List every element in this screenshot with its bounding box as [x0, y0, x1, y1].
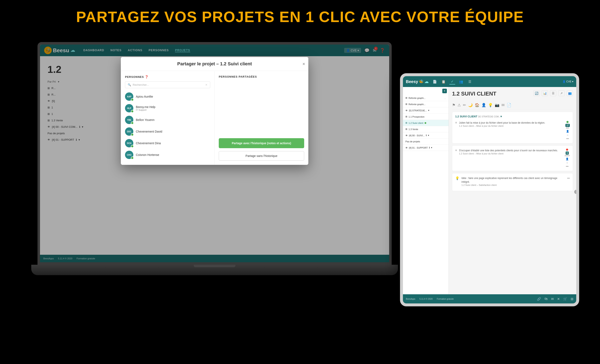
footer-brand: BeesApps	[406, 298, 415, 300]
chevron-icon: ▾	[500, 115, 502, 118]
person-info: Coisnon Hortense	[136, 153, 159, 156]
tablet-project-title: 1.2 SUIVI CLIENT	[452, 91, 496, 97]
tablet-nav-doc[interactable]: 📄	[432, 79, 438, 84]
note-type-icon: ≡	[455, 149, 457, 152]
expand-icon: ▾	[431, 146, 432, 149]
clear-search-icon[interactable]: ✕	[205, 83, 207, 86]
expand-icon: ▾	[428, 134, 429, 137]
note-project-title: 1.2 SUIVI CLIENT DE STRATÉGIE COM... ▾	[455, 115, 502, 118]
tablet-nav-persons[interactable]: 👥	[458, 79, 464, 84]
tablet: Beesy 🐝 ☁ 📄 📋 ✓ 👥 ☰ 👤 CVE ▾	[400, 73, 579, 306]
warning-icon: ⚠	[458, 103, 461, 107]
modal-body: PERSONNES ❓ 🔍 Rechercher... ✕	[121, 71, 308, 165]
person-item[interactable]: YBE Bellon Youenn	[125, 114, 210, 126]
online-badge	[131, 156, 134, 159]
circle-icon: ○	[566, 161, 568, 164]
circle-icon: ○	[567, 134, 568, 136]
laptop-screen: 🐝 Beesu ☁ DASHBOARD NOTES ACTIONS PERSON…	[40, 45, 389, 262]
chevron-icon: ▾	[428, 109, 429, 112]
person-info: Bellon Youenn	[136, 118, 155, 122]
modal-overlay: Partager le projet – 1.2 Suivi client × …	[40, 45, 389, 262]
sidebar-item[interactable]: ⊞ 1.3 Vente	[403, 126, 449, 132]
sidebar-item[interactable]: 👁 [4] 01 - SUPPORT ℹ ▾	[403, 145, 449, 151]
shared-title: PERSONNES PARTAGÉES	[219, 75, 257, 78]
sidebar-item-active[interactable]: ⊞ 1.2 Suivi client	[403, 120, 449, 126]
laptop-screen-body: 🐝 Beesu ☁ DASHBOARD NOTES ACTIONS PERSON…	[38, 42, 392, 265]
tablet-main: 1.2 SUIVI CLIENT 🔄 📊 ☰ ↗ 👥 ⚑ ⚠	[449, 87, 576, 294]
online-badge	[131, 110, 134, 113]
user-icon: 👤	[562, 80, 566, 83]
sidebar-item[interactable]: ⊞ 1.1 Prospection	[403, 114, 449, 120]
footer-icon-2[interactable]: 🛍	[544, 297, 548, 301]
footer-version: 5.11.4 © 2020	[420, 298, 433, 300]
tablet-header: Beesy 🐝 ☁ 📄 📋 ✓ 👥 ☰ 👤 CVE ▾	[403, 76, 576, 87]
bulb-icon: 💡	[455, 176, 459, 180]
person-item[interactable]: CHO Coisnon Hortense	[125, 149, 210, 161]
tablet-user: 👤 CVE ▾	[562, 80, 573, 83]
modal-persons-panel: PERSONNES ❓ 🔍 Rechercher... ✕	[121, 71, 215, 165]
footer-icon-4[interactable]: ✕	[557, 297, 560, 301]
eye-icon: 👁	[405, 134, 408, 137]
person-item[interactable]: DCH Chevenement Dina	[125, 137, 210, 149]
person-item[interactable]: AAP Apiou Aurélie	[125, 91, 210, 102]
camera-icon: 📷	[495, 103, 499, 107]
main-scene: 🐝 Beesu ☁ DASHBOARD NOTES ACTIONS PERSON…	[0, 32, 600, 360]
tablet-logo: Beesy 🐝 ☁	[406, 79, 429, 84]
chart-button[interactable]: 📊	[542, 90, 548, 96]
home-icon: 🏠	[475, 103, 479, 107]
bulb-icon: 💡	[488, 103, 493, 107]
footer-formation: Formation gratuite	[437, 298, 454, 300]
tablet-nav-clipboard[interactable]: 📋	[441, 79, 446, 84]
note-text: S'occuper d'établir une liste des potent…	[459, 149, 562, 152]
grid-icon: ⊞	[405, 103, 407, 106]
tablet-logo-cloud: ☁	[424, 79, 429, 84]
person-item[interactable]: HLP Beesy.me Help IT Support	[125, 102, 210, 114]
help-icon: ❓	[145, 75, 149, 78]
avatar: DCH	[125, 139, 133, 147]
person-item[interactable]: DDC Chevenement David	[125, 126, 210, 137]
grid-icon: ⊞	[405, 128, 407, 130]
avatar: YBE	[125, 116, 133, 124]
sidebar-item[interactable]: ⊞ Refonte graphi...	[403, 101, 449, 107]
more-icon: •••	[566, 137, 569, 140]
modal-header: Partager le projet – 1.2 Suivi client ×	[121, 57, 308, 71]
footer-icon-6[interactable]: ⊞	[571, 297, 573, 301]
laptop-base	[31, 265, 398, 275]
mail-icon: ✉	[501, 103, 505, 107]
person-icon: 👤	[566, 157, 569, 160]
doc-icon: 📄	[507, 103, 511, 107]
status-dot-red	[566, 149, 568, 151]
chevron-icon: ▾	[572, 80, 573, 83]
moon-icon: 🌙	[468, 103, 473, 107]
modal-close-button[interactable]: ×	[302, 62, 305, 66]
person-icon: 👤	[481, 103, 486, 107]
tablet-sidebar: + ⊞ Refonte graphi... ... ⊞ Refonte grap…	[403, 87, 449, 294]
more-icon: •••	[566, 165, 569, 168]
person-info: Chevenement David	[136, 130, 162, 133]
group-button[interactable]: 👥	[567, 90, 573, 96]
footer-icon-3[interactable]: ✉	[551, 297, 554, 301]
share-button[interactable]: ↗	[558, 90, 565, 96]
tablet-nav-check[interactable]: ✓	[449, 79, 455, 84]
tablet-icons-row: ⚑ ⚠ ✏ 🌙 🏠 👤 💡 📷 ✉ 📄	[452, 101, 573, 109]
sidebar-item[interactable]: 👁 [4] 00 - SUIVI... ℹ ▾	[403, 132, 449, 139]
search-box[interactable]: 🔍 Rechercher... ✕	[125, 81, 210, 88]
pencil-icon: ✏	[463, 103, 466, 107]
modal-title: Partager le projet – 1.2 Suivi client	[177, 61, 252, 66]
share-without-history-button[interactable]: Partage sans l'historique	[219, 151, 304, 161]
add-icon[interactable]: +	[442, 89, 447, 93]
tablet-nav-list[interactable]: ☰	[467, 79, 473, 84]
sidebar-item[interactable]: ⊞ Refonte graphi... ...	[403, 95, 449, 101]
sidebar-item[interactable]: 👁 [5] STRATÉGIE... ▾	[403, 107, 449, 114]
footer-icon-1[interactable]: 🔗	[537, 297, 541, 301]
grid-icon: ⊞	[405, 97, 407, 99]
person-info: Chevenement Dina	[136, 142, 161, 145]
footer-icon-5[interactable]: 🛒	[563, 297, 567, 301]
list-view-button[interactable]: ☰	[550, 90, 556, 96]
tablet-footer-icons: 🔗 🛍 ✉ ✕ 🛒 ⊞	[537, 297, 573, 301]
share-with-history-button[interactable]: Partage avec l'historique (notes et acti…	[219, 138, 304, 148]
refresh-button[interactable]: 🔄	[533, 90, 540, 96]
online-badge	[131, 98, 134, 101]
eye-icon: 👁	[405, 146, 408, 149]
eye-icon: 👁	[405, 109, 408, 112]
